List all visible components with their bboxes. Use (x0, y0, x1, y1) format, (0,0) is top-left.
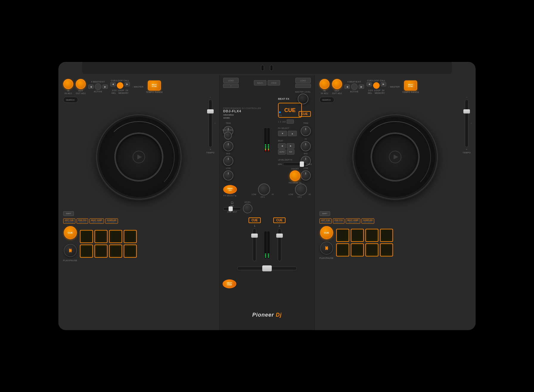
mix-handle[interactable] (229, 206, 233, 211)
left-tempo-fader[interactable]: 0 (209, 99, 212, 147)
left-sampler-btn[interactable]: SAMPLER KEY SHIFT (105, 218, 118, 224)
right-pad-8[interactable] (380, 243, 393, 256)
beat-fx-cue-btn[interactable]: CUE (278, 103, 302, 118)
view-btn[interactable]: VIEW (268, 80, 280, 85)
left-play-btn[interactable] (64, 244, 77, 257)
left-in-button[interactable] (63, 79, 73, 89)
left-beat-next[interactable]: ▶ (103, 85, 108, 89)
right-pad-4[interactable] (380, 229, 393, 242)
right-half-btn[interactable]: ◀ (367, 82, 372, 86)
right-pad-3[interactable] (365, 229, 378, 242)
beat-channel-switch[interactable] (287, 119, 294, 124)
left-pad-1[interactable] (80, 230, 93, 243)
headphone-jack-2[interactable] (270, 65, 273, 71)
left-cue-deck-btn[interactable]: CUE (64, 226, 77, 239)
beat-prev-btn[interactable]: ◀ (278, 143, 286, 149)
right-active-btn[interactable] (351, 83, 358, 90)
left-double-btn[interactable]: ▶ (125, 82, 130, 86)
cue-ch1-box[interactable]: CUE (249, 217, 261, 223)
right-beat-prev[interactable]: ◀ (344, 85, 350, 89)
right-in-button[interactable] (319, 79, 330, 89)
left-beat-sync-btn[interactable]: BEAT SYNC (148, 80, 161, 91)
left-beat-jump-btn[interactable]: BEAT JUMP BEAT LOOP (89, 218, 104, 224)
mid-knob-1[interactable] (223, 156, 233, 166)
load-btn-2[interactable]: LOAD (295, 78, 311, 83)
level-depth-slider[interactable] (283, 162, 307, 166)
headphone-level-knob[interactable] (243, 204, 252, 213)
crossfader-track[interactable] (237, 267, 297, 270)
right-shift-btn[interactable]: SHIFT (319, 211, 330, 216)
left-search-knob[interactable]: SEARCH (63, 97, 78, 103)
auto-btn[interactable]: AUTO (278, 149, 286, 155)
headphone-jack-1[interactable] (261, 65, 264, 71)
left-pad-7[interactable] (109, 245, 122, 258)
right-out-button[interactable] (332, 79, 342, 89)
right-jog-wheel[interactable] (353, 115, 437, 199)
right-search-knob[interactable]: SEARCH (319, 97, 334, 103)
load-btn-1[interactable]: LOAD (223, 78, 239, 83)
right-pad-5[interactable] (336, 243, 349, 256)
left-hot-cue-btn[interactable]: HOT CUE KEYBOARD (63, 218, 75, 224)
svg-marker-6 (394, 155, 398, 159)
right-deck-bottom: SHIFT HOT CUE KEYBOARD PAD FX1 PAD FX 2 (319, 211, 471, 259)
ch1-fader-handle[interactable] (251, 234, 258, 238)
right-play-btn[interactable] (320, 242, 333, 255)
right-pad-fx1-btn[interactable]: PAD FX1 PAD FX 2 (333, 218, 344, 224)
right-beat-sync-btn[interactable]: BEAT SYNC (404, 80, 417, 91)
left-pad-8[interactable] (124, 245, 137, 258)
left-active-btn[interactable] (95, 83, 101, 90)
ch1-fader[interactable] (253, 228, 256, 261)
ch2-fader-handle[interactable] (276, 234, 283, 238)
left-loop-btn[interactable] (117, 82, 123, 89)
fx-select-down[interactable]: ▼ (278, 131, 287, 136)
nav-buttons: BACK VIEW (254, 80, 280, 85)
left-pad-4[interactable] (124, 230, 137, 243)
cue-ch2-box[interactable]: CUE (273, 217, 285, 223)
smart-cfx-btn[interactable]: SMART CFX (223, 185, 237, 194)
smart-fader-btn[interactable]: SMART FADER (223, 279, 236, 288)
right-cue-deck-btn[interactable]: CUE (320, 226, 333, 239)
left-beat-prev[interactable]: ◀ (88, 85, 94, 89)
hi-knob-1[interactable] (223, 141, 233, 151)
right-pad-6[interactable] (351, 243, 364, 256)
on-off-btn[interactable] (290, 170, 300, 181)
right-pad-2[interactable] (351, 229, 364, 242)
beat-next-btn[interactable]: ▶ (287, 143, 294, 149)
right-sampler-btn[interactable]: SAMPLER KEY SHIFT (361, 218, 374, 224)
crossfader-handle[interactable] (262, 265, 272, 271)
right-double-btn[interactable]: ▶ (381, 82, 386, 86)
ch2-fader[interactable] (278, 228, 281, 261)
right-pad-7[interactable] (365, 243, 378, 256)
left-pad-3[interactable] (109, 230, 122, 243)
right-loop-btn[interactable] (373, 82, 380, 89)
level-depth-handle[interactable] (300, 161, 304, 167)
fx-select-up[interactable]: ▲ (288, 131, 297, 136)
right-pad-1[interactable] (336, 229, 349, 242)
vu-yellow-r (268, 149, 269, 150)
left-pad-fx1-btn[interactable]: PAD FX1 PAD FX 2 (77, 218, 88, 224)
left-shift-btn[interactable]: SHIFT (63, 211, 74, 216)
right-hot-cue-btn[interactable]: HOT CUE KEYBOARD (319, 218, 332, 224)
back-btn[interactable]: BACK (254, 80, 266, 85)
right-sync-text: SYNC (408, 85, 413, 87)
right-beat-jump-btn[interactable]: BEAT JUMP BEAT LOOP (346, 218, 360, 224)
fvu-g6 (268, 253, 269, 255)
left-pads-top (80, 230, 137, 243)
right-tempo-handle[interactable] (463, 109, 470, 113)
left-half-btn[interactable]: ◀ (110, 82, 116, 86)
left-jog-wheel[interactable] (97, 115, 181, 199)
low-knob-1[interactable] (223, 170, 233, 181)
right-beat-next[interactable]: ▶ (359, 85, 364, 89)
left-tempo-handle[interactable] (207, 109, 214, 113)
mix-slider[interactable] (223, 207, 241, 210)
left-out-button[interactable] (76, 79, 86, 89)
right-deck-top-controls: IN IN ADJ OUT OUT ADJ 4 BEAT/EXIT ◀ ▶ AC… (319, 79, 471, 94)
cfx-knob-1[interactable] (258, 183, 270, 195)
right-key-shift-sub: KEY SHIFT (364, 221, 372, 223)
left-pad-2[interactable] (94, 230, 108, 243)
tap-btn[interactable]: TAP (287, 149, 294, 155)
mic-level-knob[interactable] (224, 132, 232, 139)
right-tempo-fader[interactable]: 0 (465, 99, 468, 147)
left-pad-5[interactable] (80, 245, 93, 258)
left-pad-6[interactable] (94, 245, 108, 258)
